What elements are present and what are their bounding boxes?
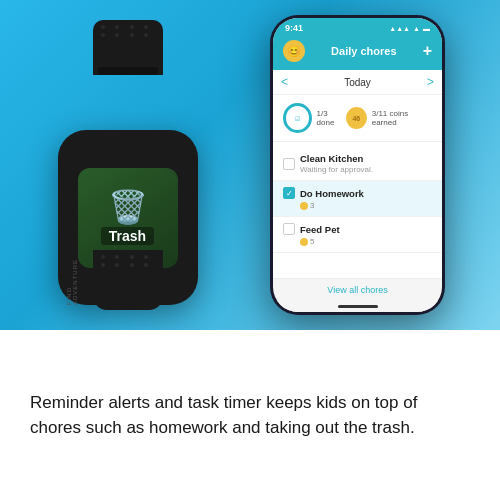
- watch-screen-label: Trash: [101, 227, 154, 245]
- current-date-label: Today: [344, 77, 371, 88]
- add-chore-button[interactable]: +: [423, 42, 432, 60]
- band-dot: [115, 25, 119, 29]
- phone-status-bar: 9:41 ▲▲▲ ▲ ▬: [273, 18, 442, 36]
- done-stat: ☑ 1/3 done: [283, 103, 346, 133]
- user-avatar: 😊: [283, 40, 305, 62]
- watch-side-text: FIND ADVENTURE: [66, 250, 78, 305]
- home-bar: [338, 305, 378, 308]
- chore-item-do-homework[interactable]: ✓ Do Homework 3: [273, 181, 442, 217]
- band-dot: [101, 255, 105, 259]
- band-dot: [115, 263, 119, 267]
- chore-row: Feed Pet: [283, 223, 432, 235]
- band-dot: [130, 25, 134, 29]
- product-area: 🗑️ Trash FIND ADVENTURE: [0, 0, 500, 330]
- wifi-icon: ▲: [413, 25, 420, 32]
- phone-body: 9:41 ▲▲▲ ▲ ▬ 😊 Daily chores + < Tod: [270, 15, 445, 315]
- coins-stat: 46 3/11 coins earned: [346, 107, 432, 129]
- chore-row: ✓ Do Homework: [283, 187, 432, 199]
- done-circle: ☑: [283, 103, 312, 133]
- chore-title: Do Homework: [300, 188, 364, 199]
- band-dot: [115, 255, 119, 259]
- chore-list: Clean Kitchen Waiting for approval. ✓ Do…: [273, 142, 442, 278]
- phone-device: 9:41 ▲▲▲ ▲ ▬ 😊 Daily chores + < Tod: [270, 15, 445, 315]
- chore-checkbox-checked[interactable]: ✓: [283, 187, 295, 199]
- home-indicator: [273, 301, 442, 312]
- view-all-chores-link[interactable]: View all chores: [273, 278, 442, 301]
- stats-row: ☑ 1/3 done 46 3/11 coins earned: [273, 95, 442, 142]
- band-dot: [130, 33, 134, 37]
- band-dot: [101, 263, 105, 267]
- chore-points: 5: [300, 237, 432, 246]
- done-label: 1/3 done: [317, 109, 346, 127]
- chore-item-feed-pet[interactable]: Feed Pet 5: [273, 217, 442, 253]
- band-dot: [101, 25, 105, 29]
- watch-device: 🗑️ Trash FIND ADVENTURE: [50, 20, 205, 310]
- chore-checkbox[interactable]: [283, 158, 295, 170]
- coins-circle: 46: [346, 107, 367, 129]
- description-text: Reminder alerts and task timer keeps kid…: [30, 390, 470, 441]
- points-value: 5: [310, 237, 314, 246]
- band-dot: [144, 263, 148, 267]
- band-dot: [115, 33, 119, 37]
- watch-band-top: [93, 20, 163, 75]
- band-dot: [144, 255, 148, 259]
- phone-screen: 9:41 ▲▲▲ ▲ ▬ 😊 Daily chores + < Tod: [273, 18, 442, 312]
- battery-icon: ▬: [423, 25, 430, 32]
- band-dot: [144, 33, 148, 37]
- chore-checkbox[interactable]: [283, 223, 295, 235]
- band-dot: [101, 33, 105, 37]
- signal-icon: ▲▲▲: [389, 25, 410, 32]
- chore-title: Clean Kitchen: [300, 153, 373, 164]
- coins-label: 3/11 coins earned: [372, 109, 432, 127]
- chore-title: Feed Pet: [300, 224, 340, 235]
- prev-date-button[interactable]: <: [281, 75, 288, 89]
- band-dot: [144, 25, 148, 29]
- chore-subtitle: Waiting for approval.: [300, 165, 373, 174]
- app-title: Daily chores: [331, 45, 396, 57]
- coin-icon: [300, 238, 308, 246]
- band-dot: [130, 255, 134, 259]
- band-dot: [130, 263, 134, 267]
- chore-row: Clean Kitchen Waiting for approval.: [283, 153, 432, 174]
- trash-icon: 🗑️: [108, 191, 148, 223]
- date-navigation: < Today >: [273, 70, 442, 95]
- next-date-button[interactable]: >: [427, 75, 434, 89]
- coin-icon: [300, 202, 308, 210]
- chore-item-clean-kitchen[interactable]: Clean Kitchen Waiting for approval.: [273, 147, 442, 181]
- chore-details: Clean Kitchen Waiting for approval.: [300, 153, 373, 174]
- status-time: 9:41: [285, 23, 303, 33]
- phone-app-header: 😊 Daily chores +: [273, 36, 442, 70]
- status-icons: ▲▲▲ ▲ ▬: [389, 25, 430, 32]
- chore-points: 3: [300, 201, 432, 210]
- points-value: 3: [310, 201, 314, 210]
- description-section: Reminder alerts and task timer keeps kid…: [0, 330, 500, 500]
- watch-band-bottom: [93, 250, 163, 310]
